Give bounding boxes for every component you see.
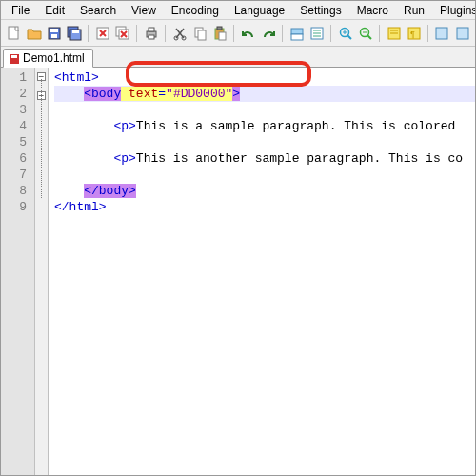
line-number: 4 xyxy=(1,118,27,134)
code-line[interactable] xyxy=(54,134,475,150)
toolbar-sep xyxy=(88,25,89,42)
code-line[interactable]: </html> xyxy=(54,199,475,215)
svg-rect-16 xyxy=(149,35,154,39)
code-line[interactable] xyxy=(54,102,475,118)
menu-file[interactable]: File xyxy=(5,3,36,17)
code-line[interactable]: <p>This is a sample paragraph. This is c… xyxy=(54,118,475,134)
menu-settings[interactable]: Settings xyxy=(293,3,347,17)
code-token: <body xyxy=(84,87,121,101)
menu-bar: File Edit Search View Encoding Language … xyxy=(1,1,475,20)
toolbar-sep xyxy=(136,25,137,42)
fold-column[interactable]: −− xyxy=(35,68,49,476)
close-all-icon[interactable] xyxy=(114,24,130,42)
show-chars-icon[interactable]: ¶ xyxy=(406,24,422,42)
tab-demo1[interactable]: Demo1.html xyxy=(3,49,93,68)
code-token: <p> xyxy=(113,119,135,133)
svg-rect-27 xyxy=(291,34,303,40)
code-token xyxy=(54,119,113,133)
code-line[interactable]: <html> xyxy=(54,69,475,86)
menu-edit[interactable]: Edit xyxy=(38,3,71,17)
svg-rect-22 xyxy=(198,30,206,40)
svg-rect-6 xyxy=(72,30,79,33)
menu-encoding[interactable]: Encoding xyxy=(165,3,226,17)
replace-icon[interactable] xyxy=(308,24,325,42)
svg-rect-44 xyxy=(436,28,447,39)
tab-bar: Demo1.html xyxy=(1,47,475,68)
menu-run[interactable]: Run xyxy=(397,3,431,17)
menu-search[interactable]: Search xyxy=(73,3,123,17)
menu-plugins[interactable]: Plugins xyxy=(433,3,476,17)
code-token: <p> xyxy=(113,151,135,166)
zoom-out-icon[interactable] xyxy=(357,24,373,42)
menu-language[interactable]: Language xyxy=(228,3,291,17)
toolbar-sep xyxy=(282,25,283,42)
toolbar-sep xyxy=(233,25,234,42)
svg-line-37 xyxy=(367,35,371,39)
code-token xyxy=(54,87,84,101)
code-token: </body> xyxy=(84,184,136,198)
code-token: "#DD0000" xyxy=(166,87,232,101)
code-token: = xyxy=(158,87,166,101)
code-token xyxy=(121,87,129,101)
toolbar-sep xyxy=(165,25,166,42)
toolbar-sep xyxy=(330,25,331,42)
code-line[interactable] xyxy=(54,167,475,183)
svg-rect-47 xyxy=(11,55,17,58)
code-editor[interactable]: 123456789 −− <html> <body text="#DD0000"… xyxy=(1,68,475,476)
new-file-icon[interactable] xyxy=(6,24,22,42)
code-line[interactable]: <body text="#DD0000"> xyxy=(54,86,475,102)
print-icon[interactable] xyxy=(143,24,159,42)
svg-rect-3 xyxy=(51,34,57,38)
close-file-icon[interactable] xyxy=(94,24,110,42)
save-all-icon[interactable] xyxy=(66,24,82,42)
code-line[interactable]: </body> xyxy=(54,183,475,199)
code-token: > xyxy=(232,87,240,101)
toolbar-sep xyxy=(379,25,380,42)
line-number: 2 xyxy=(1,86,27,102)
toolbar: ¶ xyxy=(1,20,475,47)
svg-rect-0 xyxy=(9,27,18,39)
code-token: <html> xyxy=(54,70,99,85)
word-wrap-icon[interactable] xyxy=(386,24,402,42)
code-line[interactable]: <p>This is another sample paragraph. Thi… xyxy=(54,150,475,167)
svg-line-33 xyxy=(347,35,351,39)
svg-rect-2 xyxy=(50,29,58,32)
open-file-icon[interactable] xyxy=(26,24,42,42)
line-number: 3 xyxy=(1,102,27,118)
svg-rect-25 xyxy=(219,32,226,40)
line-number: 6 xyxy=(1,150,27,167)
svg-text:¶: ¶ xyxy=(410,30,415,39)
undo-icon[interactable] xyxy=(240,24,256,42)
code-token xyxy=(54,151,113,166)
zoom-in-icon[interactable] xyxy=(337,24,353,42)
paste-icon[interactable] xyxy=(211,24,228,42)
line-number: 1 xyxy=(1,69,27,86)
code-area[interactable]: <html> <body text="#DD0000"> <p>This is … xyxy=(49,68,475,476)
svg-rect-45 xyxy=(457,28,468,39)
toolbar-sep xyxy=(427,25,428,42)
menu-macro[interactable]: Macro xyxy=(350,3,395,17)
line-number-gutter: 123456789 xyxy=(1,68,35,476)
line-number: 7 xyxy=(1,167,27,183)
code-token xyxy=(54,184,84,198)
cut-icon[interactable] xyxy=(171,24,188,42)
code-token: </html> xyxy=(54,200,107,214)
svg-rect-15 xyxy=(149,28,154,31)
line-number: 5 xyxy=(1,134,27,150)
func-list-icon[interactable] xyxy=(434,24,450,42)
svg-rect-26 xyxy=(291,29,303,34)
code-token: This is another sample paragraph. This i… xyxy=(136,151,463,166)
line-number: 8 xyxy=(1,183,27,199)
tab-label: Demo1.html xyxy=(23,51,85,65)
line-number: 9 xyxy=(1,199,27,215)
copy-icon[interactable] xyxy=(191,24,208,42)
menu-view[interactable]: View xyxy=(125,3,163,17)
svg-rect-24 xyxy=(217,27,222,30)
doc-map-icon[interactable] xyxy=(454,24,470,42)
redo-icon[interactable] xyxy=(260,24,276,42)
code-token: text xyxy=(129,87,158,101)
code-token: This is a sample paragraph. This is colo… xyxy=(136,119,463,133)
file-unsaved-icon xyxy=(10,53,19,63)
save-file-icon[interactable] xyxy=(46,24,62,42)
find-icon[interactable] xyxy=(288,24,305,42)
